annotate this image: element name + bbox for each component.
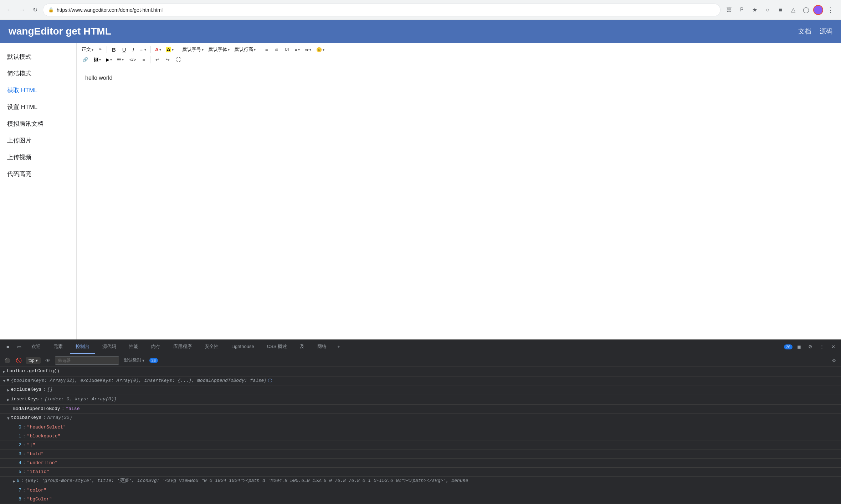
top-selector[interactable]: top ▾ [26, 357, 41, 364]
console-line-13: ► 6 : {key: 'group-more-style', title: '… [0, 477, 841, 486]
tab-sources[interactable]: 源代码 [97, 340, 122, 354]
heading-select[interactable]: 正文 ▾ [80, 45, 96, 54]
tab-network[interactable]: 网络 [312, 340, 332, 354]
unordered-list-btn[interactable]: ≡ [262, 46, 271, 54]
expand-arrow-6[interactable]: ▼ [7, 415, 10, 422]
menu-button[interactable]: ⋮ [825, 5, 837, 15]
redo-btn[interactable]: ↪ [163, 56, 173, 64]
image-btn[interactable]: 🖼 ▾ [92, 56, 103, 64]
expand-arrow-13[interactable]: ► [13, 478, 15, 485]
reader-mode-btn[interactable]: Ｐ [736, 4, 748, 16]
tab-css-overview[interactable]: CSS 概述 [261, 340, 293, 354]
console-line-7: 0 : "headerSelect" [0, 423, 841, 432]
reload-button[interactable]: ↻ [30, 5, 40, 15]
devtools-inspect-btn[interactable]: ■ [3, 342, 13, 352]
log-level-dropdown[interactable]: 默认级别 ▾ [122, 357, 147, 364]
info-icon[interactable]: ⓘ [268, 377, 272, 384]
console-settings-btn[interactable]: ⚙ [830, 356, 838, 365]
tab-elements[interactable]: 元素 [48, 340, 68, 354]
tab-performance[interactable]: 性能 [123, 340, 144, 354]
ordered-list-btn[interactable]: ≌ [272, 46, 281, 54]
console-output: ► toolbar.getConfig() ◄ ▼ {toolbarKeys: … [0, 367, 841, 504]
tab-welcome[interactable]: 欢迎 [26, 340, 46, 354]
sidebar-item-upload-video[interactable]: 上传视频 [0, 149, 76, 166]
fullscreen-btn[interactable]: ⛶ [173, 56, 184, 64]
sidebar-item-set-html[interactable]: 设置 HTML [0, 99, 76, 115]
sidebar-item-simple-mode[interactable]: 简洁模式 [0, 65, 76, 82]
forward-button[interactable]: → [17, 5, 27, 15]
devtools-settings-dock-btn[interactable]: ◼ [794, 342, 804, 352]
editor-content[interactable]: hello world [77, 66, 841, 339]
content-area: 默认模式 简洁模式 获取 HTML 设置 HTML 模拟腾讯文档 上传图片 上传… [0, 43, 841, 339]
sep1 [107, 46, 107, 53]
source-link[interactable]: 源码 [820, 27, 832, 36]
code-btn[interactable]: </> [127, 56, 139, 64]
tab-console[interactable]: 控制台 [70, 340, 95, 354]
console-eye-btn[interactable]: 👁 [43, 356, 52, 365]
docs-link[interactable]: 文档 [798, 27, 811, 36]
tab-memory[interactable]: 内存 [145, 340, 166, 354]
more-arrow: ▾ [144, 48, 146, 52]
address-bar[interactable]: 🔒 https://www.wangeditor.com/demo/get-ht… [43, 4, 721, 16]
console-line-5: modalAppendToBody : false [0, 405, 841, 414]
devtools-device-btn[interactable]: ▭ [14, 342, 24, 352]
editor-toolbar: 正文 ▾ ❝ B U I ··· ▾ A ▾ [77, 43, 841, 66]
italic-btn[interactable]: I [130, 45, 137, 54]
bg-color-btn[interactable]: A ▾ [164, 45, 176, 54]
console-line-4: ► insertKeys : {index: 0, keys: Array(0)… [0, 395, 841, 405]
sidebar-item-tencent-doc[interactable]: 模拟腾讯文档 [0, 115, 76, 132]
back-button[interactable]: ← [4, 5, 14, 15]
table-btn[interactable]: ☷ ▾ [115, 56, 126, 64]
sidebar-item-default-mode[interactable]: 默认模式 [0, 48, 76, 65]
tab-lighthouse[interactable]: Lighthouse [226, 340, 260, 354]
bold-btn[interactable]: B [109, 45, 119, 54]
undo-btn[interactable]: ↩ [153, 56, 162, 64]
sidebar-item-upload-image[interactable]: 上传图片 [0, 132, 76, 149]
devtools-right-icons: 26 ◼ ⚙ ⋮ ✕ [784, 342, 838, 352]
devtools-close-btn[interactable]: ✕ [828, 342, 838, 352]
line-height-select[interactable]: 默认行高 ▾ [232, 45, 258, 54]
console-filter-btn[interactable]: 🚫 [14, 356, 23, 365]
font-color-btn[interactable]: A ▾ [153, 45, 163, 54]
font-family-select[interactable]: 默认字体 ▾ [206, 45, 232, 54]
blockquote-btn[interactable]: ❝ [96, 46, 104, 54]
underline-btn[interactable]: U [119, 45, 129, 54]
bookmark-btn[interactable]: ★ [749, 4, 760, 16]
divider-btn[interactable]: ≡ [140, 56, 148, 64]
expand-arrow-1[interactable]: ► [3, 368, 5, 375]
emoji-btn[interactable]: 🙂 ▾ [314, 46, 327, 54]
expand-arrow-4[interactable]: ► [7, 396, 10, 404]
console-line-8: 1 : "blockquote" [0, 432, 841, 441]
ext2-btn[interactable]: ■ [775, 4, 786, 16]
devtools-more-btn[interactable]: ⋮ [817, 342, 827, 352]
font-size-select[interactable]: 默认字号 ▾ [180, 45, 206, 54]
translate-btn[interactable]: 喜 [723, 4, 735, 16]
log-level-arrow: ▾ [142, 358, 144, 363]
tab-misc[interactable]: 及 [294, 340, 310, 354]
video-btn[interactable]: ▶ ▾ [104, 56, 114, 64]
console-line-3: ► excludeKeys : [] [0, 385, 841, 395]
editor-area: 正文 ▾ ❝ B U I ··· ▾ A ▾ [77, 43, 841, 339]
sidebar-item-get-html[interactable]: 获取 HTML [0, 82, 76, 99]
console-clear-btn[interactable]: ⚫ [3, 356, 11, 365]
indent-btn[interactable]: ⇒ ▾ [303, 46, 313, 54]
checkbox-btn[interactable]: ☑ [282, 46, 292, 54]
console-line-1: ► toolbar.getConfig() [0, 367, 841, 376]
link-btn[interactable]: 🔗 [80, 56, 91, 64]
ext3-btn[interactable]: △ [788, 4, 799, 16]
tab-security[interactable]: 安全性 [199, 340, 224, 354]
devtools-settings-btn[interactable]: ⚙ [805, 342, 815, 352]
ext4-btn[interactable]: ◯ [800, 4, 812, 16]
align-btn[interactable]: ≡ ▾ [293, 46, 302, 54]
lock-icon: 🔒 [48, 7, 54, 12]
console-filter-input[interactable] [55, 356, 119, 365]
top-selector-label: top [29, 358, 35, 363]
tab-add-btn[interactable]: + [334, 342, 344, 352]
expand-arrow-3[interactable]: ► [7, 387, 10, 394]
more-style-btn[interactable]: ··· ▾ [138, 46, 148, 54]
sidebar-item-code-highlight[interactable]: 代码高亮 [0, 166, 76, 182]
profile-button[interactable] [813, 5, 823, 15]
tab-application[interactable]: 应用程序 [168, 340, 198, 354]
ext1-btn[interactable]: ○ [762, 4, 773, 16]
console-line-2: ◄ ▼ {toolbarKeys: Array(32), excludeKeys… [0, 376, 841, 385]
